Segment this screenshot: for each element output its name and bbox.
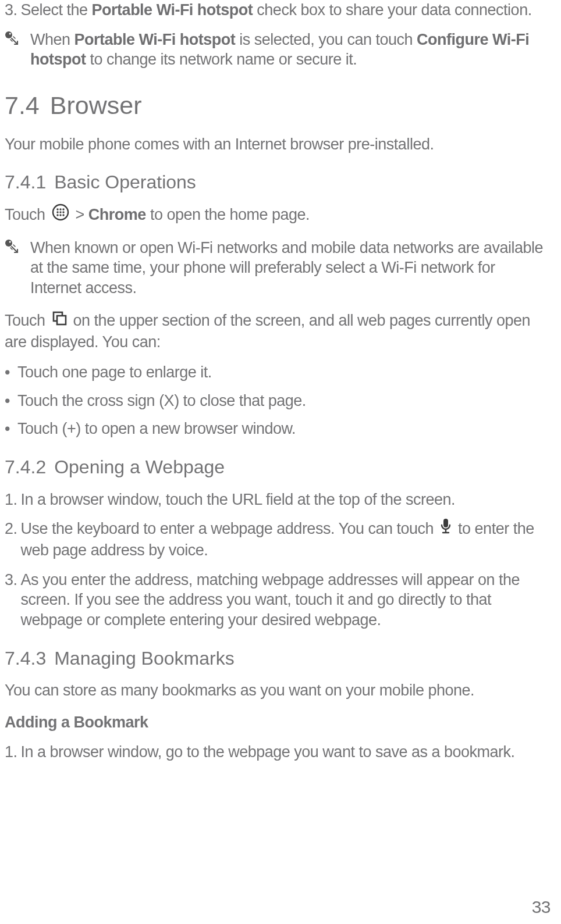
- section-number: 7.4.2: [5, 455, 46, 479]
- svg-point-4: [59, 208, 61, 210]
- step-number: 1.: [5, 742, 17, 762]
- text: Select the: [21, 1, 92, 19]
- step-number: 3.: [5, 570, 17, 590]
- text: to change its network name or secure it.: [86, 51, 357, 68]
- text: check box to share your data connection.: [253, 1, 531, 19]
- bullet-marker: •: [5, 419, 17, 439]
- svg-point-10: [59, 214, 61, 216]
- heading-7-4: 7.4Browser: [5, 90, 544, 122]
- section-title: Managing Bookmarks: [54, 648, 234, 669]
- open-step-2: 2. Use the keyboard to enter a webpage a…: [5, 519, 544, 561]
- note-hotspot: When Portable Wi-Fi hotspot is selected,…: [5, 30, 544, 70]
- step-body: Select the Portable Wi-Fi hotspot check …: [21, 0, 544, 20]
- open-step-3: 3. As you enter the address, matching we…: [5, 570, 544, 630]
- svg-rect-16: [443, 519, 448, 527]
- paragraph-tabs: Touch on the upper section of the screen…: [5, 311, 544, 352]
- paragraph-bookmarks-intro: You can store as many bookmarks as you w…: [5, 680, 544, 701]
- step-3: 3. Select the Portable Wi-Fi hotspot che…: [5, 0, 544, 20]
- list-item-text: Touch one page to enlarge it.: [17, 362, 544, 383]
- step-body: As you enter the address, matching webpa…: [21, 570, 544, 630]
- add-bookmark-step-1: 1. In a browser window, go to the webpag…: [5, 742, 544, 762]
- svg-rect-15: [57, 316, 66, 324]
- list-item-text: Touch (+) to open a new browser window.: [17, 419, 544, 439]
- note-body: When Portable Wi-Fi hotspot is selected,…: [30, 30, 544, 70]
- svg-point-12: [5, 240, 12, 247]
- svg-point-13: [9, 241, 11, 242]
- note-icon: [5, 239, 27, 259]
- text: >: [76, 206, 88, 224]
- paragraph-browser-intro: Your mobile phone comes with an Internet…: [5, 134, 544, 155]
- heading-7-4-1: 7.4.1Basic Operations: [5, 170, 544, 194]
- bold-text: Portable Wi-Fi hotspot: [92, 1, 253, 19]
- step-number: 1.: [5, 490, 17, 510]
- text: When: [30, 31, 74, 48]
- svg-point-1: [9, 33, 11, 34]
- note-icon: [5, 31, 27, 51]
- open-step-1: 1. In a browser window, touch the URL fi…: [5, 490, 544, 510]
- bold-text: Portable Wi-Fi hotspot: [74, 31, 236, 48]
- step-body: In a browser window, touch the URL field…: [21, 490, 544, 510]
- step-body: In a browser window, go to the webpage y…: [21, 742, 544, 762]
- heading-adding-bookmark: Adding a Bookmark: [5, 712, 544, 733]
- paragraph-touch-chrome: Touch > Chrome to open the home page.: [5, 205, 544, 227]
- svg-point-7: [59, 211, 61, 213]
- text: is selected, you can touch: [235, 31, 417, 48]
- section-title: Browser: [50, 91, 142, 119]
- list-item-text: Touch the cross sign (X) to close that p…: [17, 391, 544, 411]
- note-wifi-preference: When known or open Wi-Fi networks and mo…: [5, 238, 544, 298]
- step-number: 2.: [5, 519, 17, 539]
- svg-point-0: [5, 31, 12, 38]
- page: 3. Select the Portable Wi-Fi hotspot che…: [0, 0, 561, 924]
- text: Use the keyboard to enter a webpage addr…: [21, 520, 438, 537]
- bullet-list: • Touch one page to enlarge it. • Touch …: [5, 362, 544, 439]
- tabs-icon: [52, 311, 67, 331]
- heading-7-4-3: 7.4.3Managing Bookmarks: [5, 647, 544, 670]
- heading-7-4-2: 7.4.2Opening a Webpage: [5, 455, 544, 479]
- bullet-marker: •: [5, 362, 17, 383]
- note-body: When known or open Wi-Fi networks and mo…: [30, 238, 544, 298]
- svg-point-8: [62, 211, 64, 213]
- svg-point-9: [56, 214, 58, 216]
- list-item: • Touch one page to enlarge it.: [5, 362, 544, 383]
- text: Touch: [5, 206, 49, 224]
- bullet-marker: •: [5, 391, 17, 411]
- text: on the upper section of the screen, and …: [5, 312, 530, 350]
- section-number: 7.4.3: [5, 647, 46, 670]
- section-number: 7.4.1: [5, 170, 46, 194]
- page-number: 33: [532, 896, 551, 918]
- microphone-icon: [440, 518, 452, 540]
- list-item: • Touch the cross sign (X) to close that…: [5, 391, 544, 411]
- apps-icon: [52, 204, 69, 226]
- text: to open the home page.: [146, 206, 310, 224]
- list-item: • Touch (+) to open a new browser window…: [5, 419, 544, 439]
- svg-point-11: [62, 214, 64, 216]
- step-body: Use the keyboard to enter a webpage addr…: [21, 519, 544, 561]
- step-number: 3.: [5, 0, 17, 20]
- section-title: Basic Operations: [54, 172, 196, 192]
- bold-text: Chrome: [88, 206, 146, 224]
- section-number: 7.4: [5, 90, 40, 122]
- text: Touch: [5, 312, 49, 329]
- svg-point-6: [56, 211, 58, 213]
- svg-point-5: [62, 208, 64, 210]
- section-title: Opening a Webpage: [54, 456, 225, 477]
- svg-point-3: [56, 208, 58, 210]
